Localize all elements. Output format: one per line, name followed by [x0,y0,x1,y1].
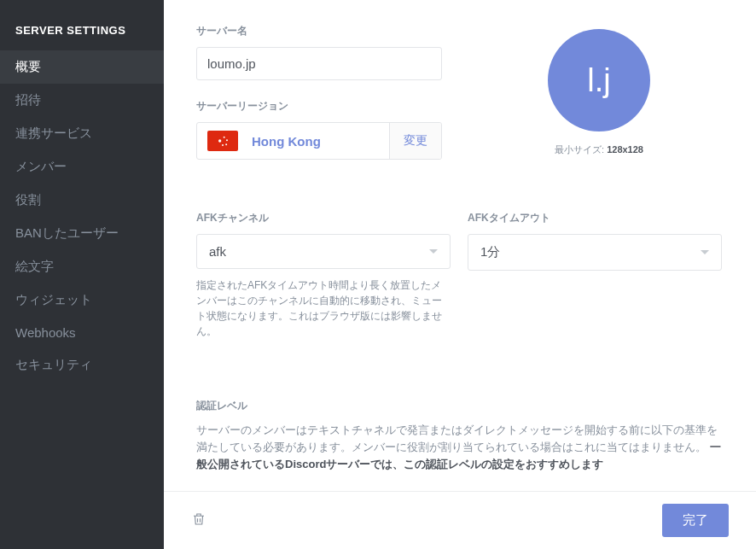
region-change-button[interactable]: 変更 [389,123,441,159]
server-avatar[interactable]: l.j [548,29,650,131]
server-name-input[interactable] [196,47,442,80]
sidebar-item-integrations[interactable]: 連携サービス [0,117,164,150]
sidebar-item-members[interactable]: メンバー [0,150,164,184]
afk-timeout-select[interactable]: 1分 [468,234,722,271]
sidebar-item-invites[interactable]: 招待 [0,84,164,117]
done-button[interactable]: 完了 [662,504,729,537]
svg-point-3 [225,143,227,145]
region-name: Hong Kong [252,134,321,149]
sidebar-item-webhooks[interactable]: Webhooks [0,317,164,348]
trash-icon [191,511,206,527]
sidebar-header: SERVER SETTINGS [0,17,164,50]
region-label: サーバーリージョン [196,99,442,114]
min-size-text: 最小サイズ: 128x128 [555,143,643,156]
afk-help-text: 指定されたAFKタイムアウト時間より長く放置したメンバーはこのチャンネルに自動的… [196,277,451,339]
region-selector: Hong Kong 変更 [196,122,442,160]
footer-bar: 完了 [164,491,756,549]
svg-point-1 [224,137,225,138]
main-panel: サーバー名 サーバーリージョン Hong Kong 変更 l.j [164,0,756,549]
verification-description: サーバーのメンバーはテキストチャネルで発言またはダイレクトメッセージを開始する前… [196,422,722,473]
sidebar-item-overview[interactable]: 概要 [0,50,164,84]
avatar-initials: l.j [587,62,610,99]
flag-icon [207,131,238,151]
sidebar-item-roles[interactable]: 役割 [0,184,164,217]
sidebar-item-bans[interactable]: BANしたユーザー [0,217,164,250]
afk-timeout-label: AFKタイムアウト [468,211,722,225]
afk-channel-value: afk [209,244,226,259]
afk-channel-select[interactable]: afk [196,234,451,269]
sidebar-item-security[interactable]: セキュリティ [0,348,164,382]
afk-channel-label: AFKチャンネル [196,211,451,225]
sidebar-item-emoji[interactable]: 絵文字 [0,250,164,283]
svg-point-0 [218,139,221,142]
chevron-down-icon [429,249,438,254]
afk-timeout-value: 1分 [480,244,500,260]
delete-button[interactable] [191,511,206,530]
sidebar-item-widget[interactable]: ウィジェット [0,283,164,317]
svg-point-2 [226,139,228,141]
server-name-label: サーバー名 [196,24,442,38]
verification-label: 認証レベル [196,399,722,413]
region-display: Hong Kong [197,123,389,159]
chevron-down-icon [701,250,709,254]
sidebar: SERVER SETTINGS 概要 招待 連携サービス メンバー 役割 BAN… [0,0,164,549]
svg-point-4 [222,144,224,146]
content-area: サーバー名 サーバーリージョン Hong Kong 変更 l.j [164,0,756,491]
